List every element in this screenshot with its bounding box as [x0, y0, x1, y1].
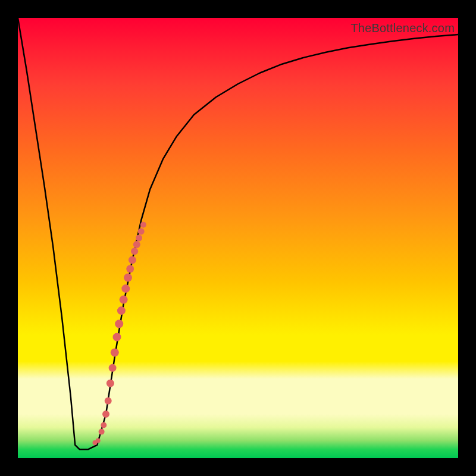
- highlight-point: [115, 320, 123, 328]
- highlight-point: [136, 235, 142, 242]
- highlight-point: [138, 228, 145, 234]
- chart-frame: TheBottleneck.com: [0, 0, 476, 476]
- highlight-point: [101, 422, 107, 428]
- highlight-point: [131, 248, 138, 255]
- highlight-point: [140, 222, 146, 228]
- highlight-point: [111, 348, 119, 356]
- plot-area: TheBottleneck.com: [18, 18, 458, 458]
- bottleneck-curve: [18, 18, 458, 449]
- highlight-point: [96, 438, 101, 443]
- highlight-point: [113, 333, 121, 342]
- highlight-point: [121, 284, 130, 293]
- highlight-point: [124, 274, 132, 282]
- highlight-point: [120, 296, 128, 304]
- highlight-point: [102, 411, 109, 418]
- highlight-point: [105, 397, 112, 405]
- highlight-points: [93, 222, 146, 445]
- highlight-point: [107, 380, 114, 387]
- highlight-point: [133, 241, 140, 248]
- highlight-point: [126, 265, 134, 273]
- highlight-point: [129, 256, 136, 264]
- highlight-point: [109, 364, 117, 372]
- highlight-point: [99, 429, 105, 435]
- chart-overlay: [18, 18, 458, 458]
- highlight-point: [117, 306, 126, 315]
